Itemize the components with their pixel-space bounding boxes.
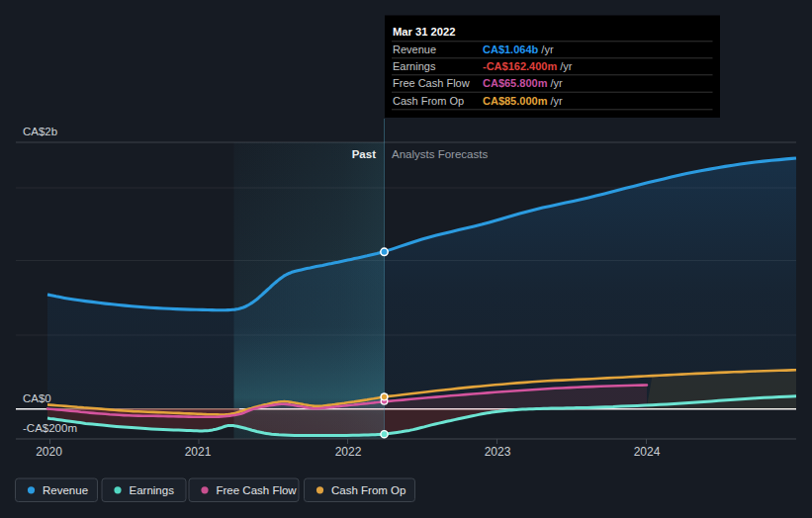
svg-text:2021: 2021 (185, 445, 212, 459)
svg-text:Cash From Op: Cash From Op (393, 95, 464, 107)
svg-text:Earnings: Earnings (393, 60, 436, 72)
svg-text:Mar 31 2022: Mar 31 2022 (393, 26, 455, 38)
svg-text:Revenue: Revenue (393, 43, 436, 55)
svg-text:Free Cash Flow: Free Cash Flow (217, 484, 298, 496)
svg-text:2023: 2023 (485, 445, 511, 459)
svg-text:2024: 2024 (634, 445, 661, 459)
svg-text:Free Cash Flow: Free Cash Flow (393, 77, 470, 89)
svg-text:CA$85.000m /yr: CA$85.000m /yr (483, 95, 563, 107)
svg-text:Analysts Forecasts: Analysts Forecasts (392, 148, 488, 160)
svg-text:Earnings: Earnings (130, 484, 175, 496)
svg-text:Cash From Op: Cash From Op (331, 484, 406, 496)
svg-text:Revenue: Revenue (43, 484, 88, 496)
svg-text:-CA$162.400m /yr: -CA$162.400m /yr (483, 60, 573, 72)
svg-text:CA$65.800m /yr: CA$65.800m /yr (483, 77, 563, 89)
svg-text:CA$0: CA$0 (23, 392, 51, 404)
svg-text:CA$2b: CA$2b (23, 126, 57, 137)
svg-text:2020: 2020 (36, 445, 62, 459)
svg-text:Past: Past (352, 148, 376, 160)
svg-text:CA$1.064b /yr: CA$1.064b /yr (483, 43, 554, 55)
svg-text:-CA$200m: -CA$200m (23, 422, 77, 434)
svg-text:2022: 2022 (335, 445, 362, 459)
